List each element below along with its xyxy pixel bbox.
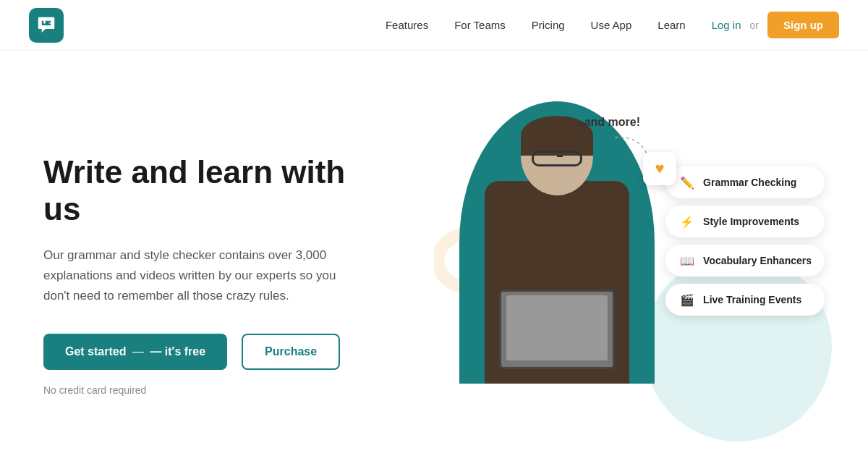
cta-free-label: — it's free — [150, 345, 205, 358]
hero-description: Our grammar and style checker contains o… — [43, 245, 354, 306]
nav-learn[interactable]: Learn — [658, 19, 685, 31]
heart-badge: ♥ — [643, 152, 676, 185]
purchase-button[interactable]: Purchase — [242, 334, 340, 370]
pill-training: 🎬 Live Training Events — [665, 284, 825, 316]
hero-left: Write and learn with us Our grammar and … — [43, 154, 420, 395]
heart-icon: ♥ — [655, 159, 664, 178]
nav-pricing[interactable]: Pricing — [532, 19, 565, 31]
or-separator: or — [750, 20, 759, 31]
logo-svg — [35, 14, 57, 36]
auth-section: Log in or Sign up — [712, 12, 839, 38]
no-credit-card-note: No credit card required — [43, 384, 391, 396]
pill-grammar-label: Grammar Checking — [703, 177, 796, 188]
pill-training-label: Live Training Events — [703, 294, 801, 305]
vocabulary-icon: 📖 — [678, 252, 696, 269]
logo[interactable] — [29, 8, 64, 43]
hero-title: Write and learn with us — [43, 154, 391, 227]
style-icon: ⚡ — [678, 213, 696, 230]
and-more-label: ...and more! — [574, 116, 640, 129]
pill-vocabulary-label: Vocabulary Enhancers — [703, 255, 812, 266]
nav-use-app[interactable]: Use App — [591, 19, 632, 31]
training-icon: 🎬 — [678, 291, 696, 308]
main-nav: Features For Teams Pricing Use App Learn — [386, 19, 686, 31]
signup-button[interactable]: Sign up — [767, 12, 839, 38]
cta-row: Get started — — it's free Purchase — [43, 334, 391, 370]
person-laptop — [499, 290, 615, 369]
cta-dash: — — [132, 345, 147, 358]
feature-pills: ✏️ Grammar Checking ⚡ Style Improvements… — [665, 166, 825, 316]
pill-grammar: ✏️ Grammar Checking — [665, 166, 825, 198]
nav-for-teams[interactable]: For Teams — [454, 19, 506, 31]
login-link[interactable]: Log in — [712, 19, 741, 31]
get-started-label: Get started — [65, 345, 126, 358]
grammar-icon: ✏️ — [678, 174, 696, 191]
person-glasses — [532, 151, 582, 166]
hero-right: ...and more! ♥ ✏️ Grammar Checking ⚡ Sty… — [420, 94, 825, 456]
logo-icon — [29, 8, 64, 43]
pill-style: ⚡ Style Improvements — [665, 206, 825, 237]
person-body — [485, 181, 629, 384]
pill-vocabulary: 📖 Vocabulary Enhancers — [665, 245, 825, 276]
get-started-button[interactable]: Get started — — it's free — [43, 334, 227, 370]
nav-features[interactable]: Features — [386, 19, 428, 31]
laptop-screen — [506, 295, 608, 360]
header: Features For Teams Pricing Use App Learn… — [0, 0, 868, 51]
hero-section: Write and learn with us Our grammar and … — [0, 51, 868, 456]
pill-style-label: Style Improvements — [703, 216, 799, 227]
